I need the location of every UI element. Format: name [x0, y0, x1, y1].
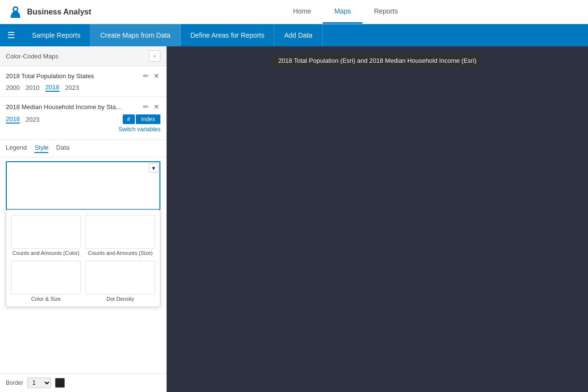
- hash-button[interactable]: #: [123, 114, 135, 124]
- style-dropdown-button[interactable]: ▼: [149, 163, 158, 173]
- toolbar-create-maps[interactable]: Create Maps from Data: [90, 24, 181, 46]
- style-thumb-canvas-featured: [7, 162, 159, 207]
- nav-tab-maps[interactable]: Maps: [323, 0, 362, 24]
- style-dot-density-color-thumbnail[interactable]: [6, 161, 160, 210]
- tab-legend[interactable]: Legend: [6, 144, 27, 153]
- toolbar-sample-reports[interactable]: Sample Reports: [22, 24, 90, 46]
- nav-tabs: Home Maps Reports: [111, 0, 580, 24]
- main-layout: Color-Coded Maps ‹ 2018 Total Population…: [0, 46, 588, 392]
- index-buttons: # Index: [123, 114, 160, 124]
- index-button[interactable]: Index: [136, 114, 160, 124]
- variable-2-year-tabs: 2018 2023 # Index: [6, 114, 160, 124]
- style-grid-popup: Counts and Amounts (Color) Counts and Am…: [6, 210, 160, 307]
- tab-data[interactable]: Data: [56, 144, 69, 153]
- border-select[interactable]: 1 2 3: [27, 378, 51, 388]
- style-counts-color-thumb: [11, 215, 81, 249]
- variable-1-title: 2018 Total Population by States: [6, 72, 142, 80]
- menu-button[interactable]: ☰: [0, 24, 22, 46]
- variable-1-year-tabs: 2000 2010 2018 2023: [6, 84, 160, 92]
- variable-1-year-2000[interactable]: 2000: [6, 84, 20, 91]
- toolbar-define-areas[interactable]: Define Areas for Reports: [181, 24, 274, 46]
- panel-title: Color-Coded Maps: [6, 53, 58, 60]
- style-counts-size-label: Counts and Amounts (Size): [86, 250, 155, 256]
- map-tooltip: 2018 Total Population (Esri) and 2018 Me…: [272, 54, 482, 67]
- variable-card-2: 2018 Median Household Income by Sta... ✏…: [0, 97, 166, 140]
- variable-2-year-2018[interactable]: 2018: [6, 115, 20, 124]
- secondary-toolbar: ☰ Sample Reports Create Maps from Data D…: [0, 24, 588, 46]
- map-area: 2018 Total Population (Esri) and 2018 Me…: [167, 46, 588, 392]
- variable-1-year-2018[interactable]: 2018: [45, 84, 59, 92]
- variable-1-year-2010[interactable]: 2010: [26, 84, 40, 91]
- style-grid-item-counts-color[interactable]: Counts and Amounts (Color): [11, 215, 81, 256]
- left-panel: Color-Coded Maps ‹ 2018 Total Population…: [0, 46, 167, 392]
- map-styles-area: ▼ Dot Density with Color-Coded Map Count…: [0, 157, 166, 373]
- toolbar-add-data[interactable]: Add Data: [274, 24, 322, 46]
- svg-point-1: [14, 8, 17, 11]
- bottom-border-row: Border 1 2 3: [0, 373, 166, 392]
- variable-1-edit-button[interactable]: ✏: [142, 71, 150, 81]
- style-grid-item-color-size[interactable]: Color & Size: [11, 261, 81, 302]
- card-1-actions: ✏ ✕: [142, 71, 160, 81]
- lsd-tabs: Legend Style Data: [0, 140, 166, 157]
- variable-2-year-2023[interactable]: 2023: [26, 116, 40, 123]
- featured-style-2: Dot Density with Color-Coded Map: [6, 354, 160, 373]
- style-color-size-thumb: [11, 261, 81, 294]
- style-grid-item-counts-size[interactable]: Counts and Amounts (Size): [86, 215, 155, 256]
- style-grid-item-dot-density[interactable]: Dot Density: [86, 261, 155, 302]
- style-color-size-label: Color & Size: [11, 296, 81, 302]
- panel-header: Color-Coded Maps ‹: [0, 46, 166, 66]
- brand-icon: [8, 4, 23, 20]
- card-2-actions: ✏ ✕: [142, 102, 160, 112]
- style-counts-size-thumb: [86, 215, 155, 249]
- switch-variables-link[interactable]: Switch variables: [6, 124, 160, 135]
- border-color-swatch[interactable]: [55, 378, 65, 388]
- variable-card-1: 2018 Total Population by States ✏ ✕ 2000…: [0, 66, 166, 97]
- top-navigation: Business Analyst Home Maps Reports: [0, 0, 588, 24]
- main-map-canvas[interactable]: [167, 46, 588, 392]
- variable-1-year-2023[interactable]: 2023: [65, 84, 79, 91]
- collapse-button[interactable]: ‹: [149, 50, 160, 62]
- variable-card-1-header: 2018 Total Population by States ✏ ✕: [6, 71, 160, 81]
- style-dot-density-thumb: [86, 261, 155, 294]
- variable-card-2-header: 2018 Median Household Income by Sta... ✏…: [6, 102, 160, 112]
- nav-tab-home[interactable]: Home: [282, 0, 323, 24]
- variable-2-close-button[interactable]: ✕: [153, 102, 160, 112]
- variable-2-edit-button[interactable]: ✏: [142, 102, 150, 112]
- border-label: Border: [6, 379, 23, 386]
- style-thumb-canvas-featured-2: [7, 355, 159, 373]
- brand-name: Business Analyst: [27, 8, 91, 16]
- style-dot-density-label: Dot Density: [86, 296, 155, 302]
- style-counts-color-label: Counts and Amounts (Color): [11, 250, 81, 256]
- variable-2-title: 2018 Median Household Income by Sta...: [6, 103, 142, 111]
- variable-1-close-button[interactable]: ✕: [153, 71, 160, 81]
- style-dot-density-color-2-thumbnail[interactable]: [6, 354, 160, 373]
- nav-tab-reports[interactable]: Reports: [362, 0, 409, 24]
- brand-logo: Business Analyst: [8, 4, 91, 20]
- tab-style[interactable]: Style: [34, 144, 48, 153]
